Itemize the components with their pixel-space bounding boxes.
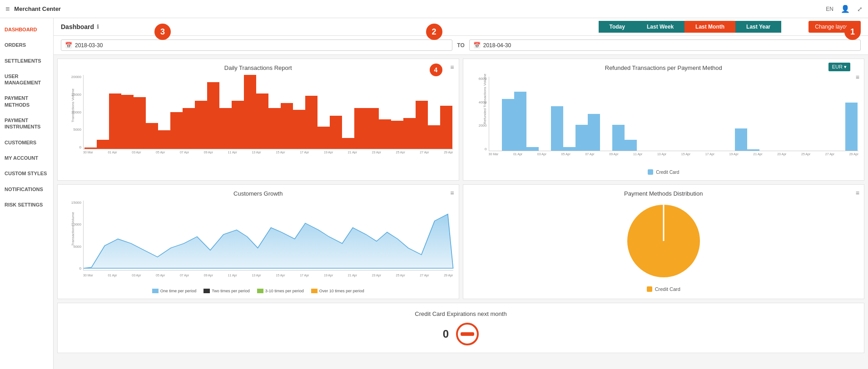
daily-transactions-menu[interactable]: ≡ [450, 64, 454, 71]
daily-bar [305, 96, 317, 149]
refunded-x-label: 03 Apr [537, 153, 546, 156]
lang-selector[interactable]: EN [826, 6, 833, 12]
refunded-title: Refunded Transactions per Payment Method [469, 64, 859, 71]
dashboard-header-row: Dashboard ℹ 3 2 Today Last Week Last Mon… [54, 18, 868, 36]
daily-bar [170, 112, 183, 149]
date-from-wrapper: 📅 [61, 39, 452, 51]
refunded-x-label: 13 Apr [657, 153, 666, 156]
no-entry-icon [456, 323, 479, 345]
sidebar-item-payment-methods[interactable]: PAYMENT METHODS [0, 90, 53, 113]
expand-icon[interactable]: ⤢ [857, 5, 863, 13]
daily-bar [158, 130, 170, 149]
refunded-bar [575, 125, 588, 151]
refunded-bar [845, 103, 858, 151]
growth-area-fill [84, 214, 453, 268]
refunded-bar [563, 147, 575, 151]
daily-bars-wrapper [83, 75, 453, 149]
pie-chart-svg [623, 200, 704, 282]
date-to-label: TO [457, 42, 464, 49]
refunded-x-label: 17 Apr [705, 153, 714, 156]
legend-one-time-label: One time per period [160, 289, 197, 293]
refunded-bar [612, 125, 625, 151]
daily-bar [391, 121, 403, 149]
payment-methods-menu[interactable]: ≡ [856, 189, 859, 197]
refunded-x-label: 27 Apr [825, 153, 834, 156]
growth-x-label: 30 Mar [83, 274, 93, 277]
refunded-transactions-chart: EUR ▾ Refunded Transactions per Payment … [463, 59, 865, 181]
step2-indicator: 2 [426, 24, 442, 40]
daily-bar [354, 108, 367, 149]
sidebar-item-customers[interactable]: CUSTOMERS [0, 135, 53, 150]
daily-bar [428, 125, 440, 149]
growth-x-label: 19 Apr [324, 274, 333, 277]
refunded-legend: Credit Card [469, 169, 859, 175]
sidebar-item-user-management[interactable]: USER MANAGEMENT [0, 69, 53, 91]
calendar-to-icon: 📅 [473, 42, 481, 49]
cc-expiry-content: 0 [65, 323, 857, 345]
growth-x-label: 15 Apr [276, 274, 285, 277]
sidebar-item-dashboard[interactable]: DASHBOARD [0, 22, 53, 37]
sidebar-item-risk-settings[interactable]: RISK SETTINGS [0, 197, 53, 212]
legend-three-ten-label: 3-10 times per period [265, 289, 304, 293]
refunded-bar [551, 106, 563, 151]
refunded-x-label: 21 Apr [753, 153, 762, 156]
date-from-input[interactable] [75, 42, 448, 49]
daily-bar [293, 110, 305, 149]
daily-transactions-title: Daily Transactions Report [63, 64, 453, 71]
sidebar-item-settlements[interactable]: SETTLEMENTS [0, 53, 53, 69]
sidebar-item-my-account[interactable]: MY ACCOUNT [0, 150, 53, 166]
daily-bar [244, 75, 256, 149]
growth-area-chart [83, 201, 453, 271]
period-last-month[interactable]: Last Month [684, 21, 735, 33]
legend-three-ten: 3-10 times per period [257, 289, 304, 293]
daily-bar [256, 93, 268, 149]
legend-two-times-label: Two times per period [212, 289, 250, 293]
refunded-x-label: 19 Apr [729, 153, 738, 156]
daily-bar [146, 123, 158, 149]
growth-x-label: 11 Apr [228, 274, 237, 277]
menu-icon[interactable]: ≡ [5, 5, 10, 13]
daily-bar [232, 101, 244, 149]
sidebar-item-notifications[interactable]: NOTIFICATIONS [0, 182, 53, 197]
growth-y-axis-label: Transactions Volume [71, 212, 75, 246]
period-last-year[interactable]: Last Year [735, 21, 781, 33]
growth-x-label: 27 Apr [420, 274, 429, 277]
topbar: ≡ Merchant Center EN 👤 ⤢ [0, 0, 868, 18]
brand-name: Merchant Center [14, 5, 61, 12]
refunded-bar [588, 114, 600, 151]
refunded-x-label: 05 Apr [561, 153, 570, 156]
daily-transactions-chart: Daily Transactions Report ≡ 4 20000 1500… [57, 59, 459, 181]
daily-x-labels: 30 Mar01 Apr03 Apr05 Apr07 Apr09 Apr11 A… [83, 151, 453, 154]
step3-indicator: 3 [154, 24, 171, 40]
daily-x-label: 23 Apr [372, 151, 381, 154]
sidebar-item-custom-styles[interactable]: CUSTOM STYLES [0, 166, 53, 181]
refunded-x-label: 15 Apr [681, 153, 690, 156]
topbar-left: ≡ Merchant Center [5, 5, 61, 13]
period-today[interactable]: Today [599, 21, 636, 33]
daily-x-label: 19 Apr [324, 151, 333, 154]
payment-methods-distribution-chart: Payment Methods Distribution ≡ Credit Ca… [463, 184, 865, 299]
growth-x-label: 17 Apr [300, 274, 309, 277]
growth-x-label: 07 Apr [180, 274, 189, 277]
step1-indicator: 1 [844, 24, 861, 40]
sidebar-item-payment-instruments[interactable]: PAYMENT INSTRUMENTS [0, 113, 53, 135]
legend-three-ten-color [257, 289, 263, 293]
date-to-input[interactable] [483, 42, 857, 49]
refunded-x-label: 07 Apr [585, 153, 594, 156]
user-icon[interactable]: 👤 [841, 5, 850, 13]
refunded-x-label: 30 Mar [489, 153, 499, 156]
credit-card-legend-label: Credit Card [656, 170, 679, 175]
refunded-bars-wrapper [489, 77, 859, 151]
daily-x-label: 11 Apr [228, 151, 237, 154]
customers-growth-menu[interactable]: ≡ [450, 189, 454, 197]
calendar-from-icon: 📅 [65, 42, 72, 49]
sidebar-item-orders[interactable]: ORDERS [0, 37, 53, 53]
no-entry-bar [461, 332, 474, 336]
daily-bar [367, 108, 379, 149]
app-body: DASHBOARD ORDERS SETTLEMENTS USER MANAGE… [0, 18, 868, 369]
daily-x-label: 01 Apr [108, 151, 117, 154]
daily-bar [440, 106, 452, 149]
period-last-week[interactable]: Last Week [636, 21, 684, 33]
eur-dropdown[interactable]: EUR ▾ [828, 63, 850, 71]
daily-x-label: 21 Apr [348, 151, 357, 154]
